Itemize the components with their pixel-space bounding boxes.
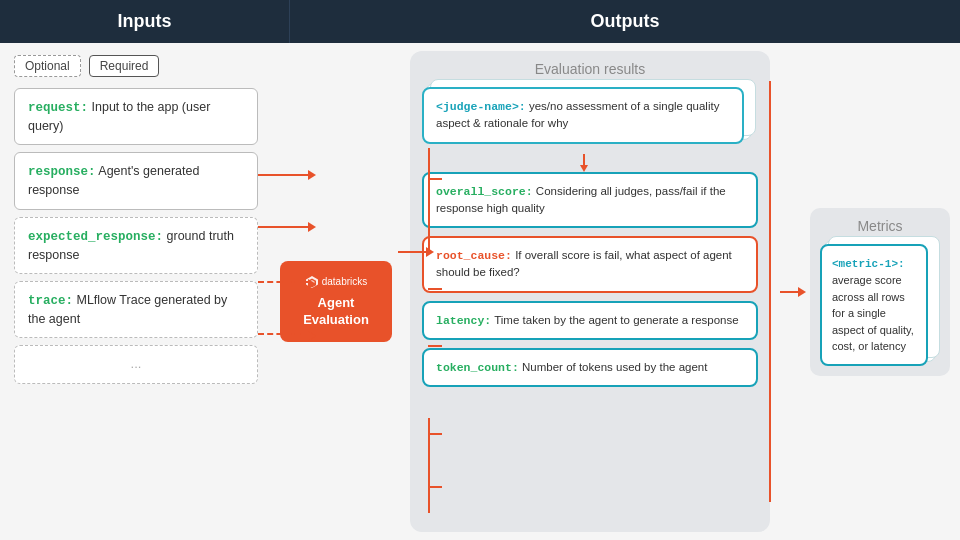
input-card-ellipsis: ... [14,345,258,384]
h-line-root [428,345,442,347]
agent-eval-box: databricks AgentEvaluation [280,261,392,343]
eval-results-panel: Evaluation results <judge-name>: yes/no … [410,51,770,532]
metrics-title: Metrics [820,218,940,234]
outputs-column: Evaluation results <judge-name>: yes/no … [400,43,960,540]
metrics-column: Metrics <metric-1>: average score across… [810,51,950,532]
arrow-judge-to-overall [583,154,585,166]
overall-score-card: overall_score: Considering all judges, p… [422,172,758,229]
center-column: databricks AgentEvaluation [272,43,400,540]
metric-stack: <metric-1>: average score across all row… [820,244,928,366]
input-key-trace: trace: [28,294,73,308]
input-ellipsis: ... [131,356,142,371]
arrow-trace [258,333,310,335]
arrow-expected [258,281,310,283]
arrow-response [258,226,310,228]
judge-name-key: <judge-name>: [436,100,526,113]
arrow-request [258,174,310,176]
agent-eval-title: AgentEvaluation [290,295,382,329]
eval-results-title: Evaluation results [422,61,758,77]
legend: Optional Required [14,55,258,77]
judge-name-card: <judge-name>: yes/no assessment of a sin… [422,87,744,144]
header-outputs-label: Outputs [290,0,960,43]
input-key-response: response: [28,165,96,179]
latency-desc: Time taken by the agent to generate a re… [494,314,738,326]
latency-card: latency: Time taken by the agent to gene… [422,301,758,340]
legend-optional: Optional [14,55,81,77]
metric-desc: average score across all rows for a sing… [832,274,914,352]
token-count-key: token_count: [436,361,519,374]
h-line-token [428,486,442,488]
inputs-column: Optional Required request: Input to the … [0,43,272,540]
arrow-to-outputs [398,251,428,253]
eval-right-border-line [769,81,771,502]
brand-name: databricks [322,276,368,287]
root-cause-key: root_cause: [436,249,512,262]
legend-required: Required [89,55,160,77]
header: Inputs Outputs [0,0,960,43]
metric-key: <metric-1>: [832,258,905,270]
diagram: Optional Required request: Input to the … [0,43,960,540]
arrow-to-metrics [780,291,800,293]
root-cause-card: root_cause: If overall score is fail, wh… [422,236,758,293]
input-key-expected: expected_response: [28,230,163,244]
judge-name-stack: <judge-name>: yes/no assessment of a sin… [422,87,744,144]
input-card-expected: expected_response: ground truth response [14,217,258,274]
input-key-request: request: [28,101,88,115]
h-line-overall [428,288,442,290]
input-card-request: request: Input to the app (user query) [14,88,258,145]
h-line-latency [428,433,442,435]
h-line-judge [428,178,442,180]
overall-score-key: overall_score: [436,185,533,198]
input-card-response: response: Agent's generated response [14,152,258,209]
metric-card: <metric-1>: average score across all row… [820,244,928,366]
latency-key: latency: [436,314,491,327]
arrow-to-metrics-container [780,51,800,532]
token-count-card: token_count: Number of tokens used by th… [422,348,758,387]
metrics-panel: Metrics <metric-1>: average score across… [810,208,950,376]
input-card-trace: trace: MLflow Trace generated by the age… [14,281,258,338]
left-vertical-line-top [428,148,430,251]
token-count-desc: Number of tokens used by the agent [522,361,707,373]
header-inputs-label: Inputs [0,0,290,43]
